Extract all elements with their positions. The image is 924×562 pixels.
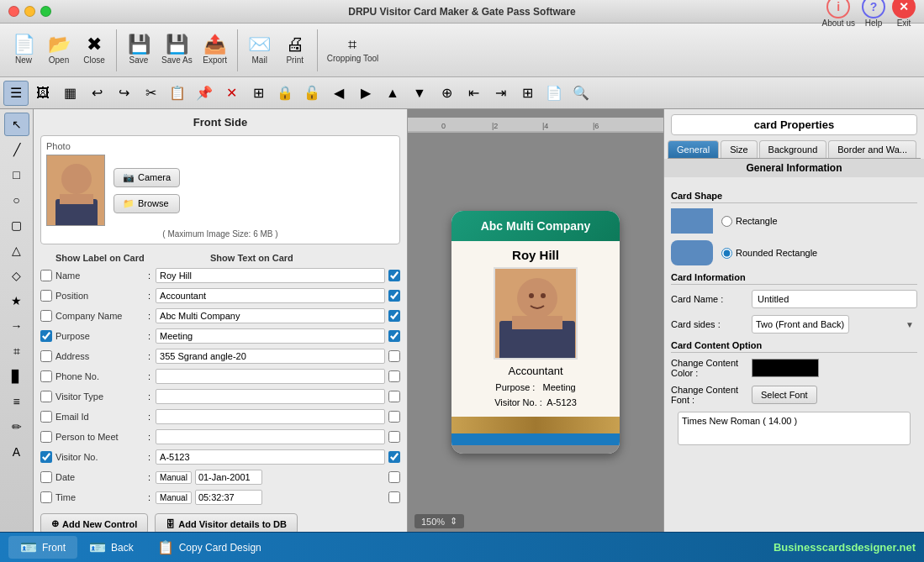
sec-down-button[interactable]: ▼	[407, 81, 432, 106]
sec-redo-button[interactable]: ↪	[111, 81, 136, 106]
circle-tool[interactable]: ○	[4, 188, 29, 212]
mail-button[interactable]: ✉️ Mail	[243, 33, 277, 67]
address-label-checkbox[interactable]	[40, 350, 52, 362]
sec-undo-button[interactable]: ↩	[84, 81, 109, 106]
date-text-checkbox[interactable]	[388, 471, 400, 483]
phone-input[interactable]	[156, 369, 385, 384]
diamond-tool[interactable]: ◇	[4, 264, 29, 287]
select-tool[interactable]: ↖	[4, 113, 29, 136]
sec-cut-button[interactable]: ✂	[138, 81, 163, 106]
time-text-checkbox[interactable]	[388, 491, 400, 503]
back-tab[interactable]: 🪪 Back	[77, 536, 145, 559]
position-text-checkbox[interactable]	[388, 290, 400, 302]
address-input[interactable]	[156, 349, 385, 364]
tab-general[interactable]: General	[668, 140, 719, 158]
zoom-spinner[interactable]: ⇕	[450, 516, 457, 527]
text-tool[interactable]: A	[4, 440, 29, 464]
email-label-checkbox[interactable]	[40, 411, 52, 423]
rectangle-radio-label[interactable]: Rectangle	[721, 216, 778, 227]
visitor-type-input[interactable]	[156, 389, 385, 404]
cropping-tool-button[interactable]: ⌗ Cropping Tool	[323, 34, 383, 66]
sec-group-button[interactable]: ⊞	[246, 81, 271, 106]
add-visitor-button[interactable]: 🗄 Add Visitor details to DB	[155, 513, 298, 532]
rounded-radio[interactable]	[721, 248, 732, 259]
open-button[interactable]: 📂 Open	[42, 33, 76, 67]
arrow-tool[interactable]: →	[4, 314, 29, 338]
time-label-checkbox[interactable]	[40, 491, 52, 503]
name-input[interactable]	[156, 268, 385, 283]
add-control-button[interactable]: ⊕ Add New Control	[40, 513, 148, 532]
visitor-no-label-checkbox[interactable]	[40, 451, 52, 463]
rect-tool[interactable]: □	[4, 163, 29, 186]
phone-label-checkbox[interactable]	[40, 370, 52, 382]
time-input[interactable]	[195, 490, 262, 505]
sec-properties-button[interactable]: ☰	[3, 81, 29, 106]
sec-copy-button[interactable]: 📋	[165, 81, 190, 106]
sec-grid-button[interactable]: ⊞	[515, 81, 540, 106]
sec-image-button[interactable]: 🖼	[30, 81, 55, 106]
sec-move-button[interactable]: ⊕	[434, 81, 459, 106]
sec-lock-button[interactable]: 🔒	[272, 81, 298, 106]
export-button[interactable]: 📤 Export	[198, 33, 232, 67]
tab-size[interactable]: Size	[721, 140, 757, 158]
sec-right-button[interactable]: ▶	[353, 81, 378, 106]
crop-tool[interactable]: ⌗	[4, 339, 29, 363]
position-label-checkbox[interactable]	[40, 290, 52, 302]
visitor-type-text-checkbox[interactable]	[388, 391, 400, 402]
company-text-checkbox[interactable]	[388, 310, 400, 322]
visitor-no-text-checkbox[interactable]	[388, 451, 400, 463]
help-button[interactable]: ? Help	[862, 0, 885, 28]
line-tool[interactable]: ╱	[4, 138, 29, 161]
star-tool[interactable]: ★	[4, 289, 29, 313]
sec-align-left-button[interactable]: ⇤	[461, 81, 486, 106]
date-manual-checkbox[interactable]: Manual	[156, 471, 192, 484]
about-button[interactable]: i About us	[822, 0, 855, 28]
list-tool[interactable]: ≡	[4, 390, 29, 413]
sec-paste-button[interactable]: 📌	[192, 81, 217, 106]
rounded-radio-label[interactable]: Rounded Rectangle	[721, 248, 817, 259]
sec-zoom-button[interactable]: 🔍	[568, 81, 594, 106]
sec-align-right-button[interactable]: ⇥	[488, 81, 513, 106]
visitor-no-input[interactable]	[156, 449, 385, 465]
email-input[interactable]	[156, 409, 385, 424]
date-input[interactable]	[195, 470, 262, 485]
rectangle-radio[interactable]	[721, 216, 732, 227]
pencil-tool[interactable]: ✏	[4, 415, 29, 439]
person-to-meet-text-checkbox[interactable]	[388, 431, 400, 443]
date-label-checkbox[interactable]	[40, 471, 52, 483]
sec-delete-button[interactable]: ✕	[219, 81, 244, 106]
browse-button[interactable]: 📁 Browse	[114, 194, 180, 213]
front-tab[interactable]: 🪪 Front	[8, 536, 77, 559]
purpose-input[interactable]	[156, 328, 385, 344]
phone-text-checkbox[interactable]	[388, 370, 400, 382]
save-button[interactable]: 💾 Save	[122, 33, 156, 67]
print-button[interactable]: 🖨 Print	[278, 33, 312, 67]
sec-pages-button[interactable]: 📄	[541, 81, 567, 106]
company-input[interactable]	[156, 308, 385, 323]
sec-left-button[interactable]: ◀	[326, 81, 351, 106]
tab-background[interactable]: Background	[759, 140, 827, 158]
card-sides-select[interactable]: One (Front only) Two (Front and Back)	[752, 315, 849, 334]
close-window-button[interactable]	[8, 6, 19, 17]
visitor-type-label-checkbox[interactable]	[40, 391, 52, 402]
company-label-checkbox[interactable]	[40, 310, 52, 322]
save-as-button[interactable]: 💾 Save As	[157, 33, 197, 67]
name-label-checkbox[interactable]	[40, 270, 52, 281]
email-text-checkbox[interactable]	[388, 411, 400, 423]
sec-barcode-button[interactable]: ▦	[57, 81, 82, 106]
triangle-tool[interactable]: △	[4, 239, 29, 262]
camera-button[interactable]: 📷 Camera	[114, 168, 180, 187]
close-button[interactable]: ✖ Close	[77, 33, 111, 67]
rounded-rect-tool[interactable]: ▢	[4, 213, 29, 237]
id-card-preview[interactable]: Abc Multi Company Roy Hill	[451, 211, 620, 454]
content-color-picker[interactable]	[752, 359, 819, 377]
time-manual-checkbox[interactable]: Manual	[156, 491, 192, 504]
minimize-window-button[interactable]	[24, 6, 35, 17]
barcode-tool[interactable]: ▊	[4, 365, 29, 388]
purpose-label-checkbox[interactable]	[40, 330, 52, 342]
position-input[interactable]	[156, 288, 385, 303]
sec-up-button[interactable]: ▲	[380, 81, 405, 106]
exit-button[interactable]: ✕ Exit	[892, 0, 916, 28]
name-text-checkbox[interactable]	[388, 270, 400, 281]
tab-border[interactable]: Border and Wa...	[828, 140, 916, 158]
